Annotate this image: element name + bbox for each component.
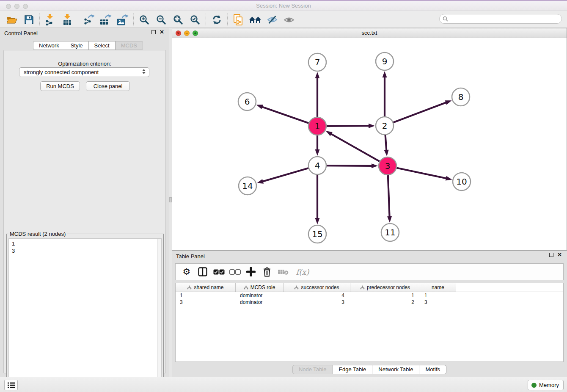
export-image-icon	[117, 14, 129, 25]
maximize-window-button[interactable]	[23, 4, 28, 9]
show-details-button[interactable]	[281, 13, 297, 27]
network-document-button[interactable]	[230, 13, 247, 27]
column-header-shared-name[interactable]: shared name	[176, 283, 236, 292]
search-input[interactable]	[450, 16, 561, 22]
export-image-button[interactable]	[114, 13, 131, 27]
columns-icon	[198, 267, 207, 276]
refresh-button[interactable]	[208, 13, 225, 27]
tab-network[interactable]: Network	[33, 41, 65, 50]
close-table-panel-icon[interactable]: ✕	[557, 253, 562, 257]
delete-table-button[interactable]	[276, 265, 290, 278]
zoom-in-button[interactable]	[136, 13, 153, 27]
home-icon	[249, 16, 261, 24]
tab-motifs[interactable]: Motifs	[419, 365, 446, 374]
table-cell[interactable]: dominator	[236, 299, 284, 305]
minimize-window-button[interactable]	[14, 4, 19, 9]
graph-arrowhead	[445, 100, 452, 105]
table-cell[interactable]: 1	[350, 293, 420, 298]
column-label: successor nodes	[301, 284, 339, 290]
table-cell[interactable]: dominator	[236, 293, 284, 298]
tab-style[interactable]: Style	[65, 41, 89, 50]
import-table-button[interactable]	[59, 13, 76, 27]
import-network-button[interactable]	[42, 13, 59, 27]
result-line: 3	[12, 247, 161, 254]
fx-icon: f(x)	[295, 268, 309, 276]
create-column-button[interactable]	[244, 265, 258, 278]
network-minimize-button[interactable]: −	[184, 30, 190, 36]
float-panel-icon[interactable]	[151, 30, 156, 34]
toolbar-separator	[227, 14, 228, 26]
tab-edge-table[interactable]: Edge Table	[333, 365, 372, 374]
zoom-fit-button[interactable]	[170, 13, 187, 27]
trash-icon	[263, 267, 271, 277]
column-header-name[interactable]: name	[420, 283, 456, 292]
table-panel: Table Panel ✕ ⚙	[172, 251, 567, 377]
column-header-successor-nodes[interactable]: successor nodes	[284, 283, 350, 292]
function-builder-button[interactable]: f(x)	[292, 265, 311, 278]
delete-column-button[interactable]	[260, 265, 274, 278]
graph-edge-3-1[interactable]	[330, 134, 388, 166]
criterion-dropdown[interactable]: strongly connected component	[19, 67, 149, 77]
close-panel-icon[interactable]: ✕	[160, 30, 164, 34]
import-table-icon	[62, 14, 72, 25]
column-header-predecessor-nodes[interactable]: predecessor nodes	[350, 283, 420, 292]
table-cell[interactable]: 4	[284, 293, 350, 298]
mcds-result-title: MCDS result (2 nodes)	[8, 231, 67, 237]
graph-arrowhead	[257, 179, 264, 184]
table-cell[interactable]: 3	[420, 299, 456, 305]
open-session-button[interactable]	[3, 13, 20, 27]
tab-network-table[interactable]: Network Table	[372, 365, 419, 374]
graph-node-label: 8	[458, 92, 464, 102]
column-header-MCDS-role[interactable]: MCDS role	[236, 283, 284, 292]
table-panel-title: Table Panel	[176, 253, 205, 259]
titlebar: Session: New Session	[0, 0, 567, 11]
graph-arrowhead	[384, 150, 389, 156]
result-scrollbar[interactable]	[157, 239, 161, 387]
save-icon	[25, 15, 33, 24]
table-tabs: Node Table Edge Table Network Table Moti…	[172, 365, 567, 374]
close-panel-button[interactable]: Close panel	[86, 81, 130, 91]
deselect-all-columns-button[interactable]	[228, 265, 242, 278]
tab-select[interactable]: Select	[89, 41, 116, 50]
table-cell[interactable]: 2	[350, 299, 420, 305]
table-row[interactable]: 3dominator323	[176, 299, 563, 306]
graph-edge-2-8[interactable]	[385, 102, 446, 126]
close-window-button[interactable]	[6, 4, 11, 9]
network-close-button[interactable]: ×	[176, 30, 181, 36]
select-all-columns-button[interactable]	[212, 265, 226, 278]
export-table-button[interactable]	[97, 13, 114, 27]
network-canvas[interactable]: 7968124314101511	[172, 38, 567, 250]
mcds-result-list[interactable]: 1 3	[8, 238, 162, 387]
status-bar: Memory	[0, 377, 567, 392]
tab-mcds[interactable]: MCDS	[116, 41, 143, 50]
mcds-panel: Optimization criterion: strongly connect…	[3, 50, 166, 373]
network-document-icon	[233, 14, 243, 26]
hide-eye-icon	[267, 15, 278, 24]
network-zoom-button[interactable]: +	[193, 30, 198, 36]
table-settings-button[interactable]: ⚙	[180, 265, 193, 278]
save-session-button[interactable]	[20, 13, 37, 27]
column-label: shared name	[194, 284, 223, 290]
node-table: shared name MCDS role successor nodes pr…	[175, 283, 564, 362]
zoom-selected-button[interactable]	[187, 13, 204, 27]
search-field[interactable]	[439, 14, 562, 24]
network-window-titlebar: × − + scc.txt	[172, 28, 567, 38]
table-cell[interactable]: 3	[284, 299, 350, 305]
home-button[interactable]	[247, 13, 264, 27]
tab-node-table[interactable]: Node Table	[292, 365, 333, 374]
table-cell[interactable]: 3	[176, 299, 236, 305]
table-cell[interactable]: 1	[420, 293, 456, 298]
hide-details-button[interactable]	[264, 13, 281, 27]
export-network-button[interactable]	[80, 13, 97, 27]
zoom-out-button[interactable]	[153, 13, 170, 27]
table-cell[interactable]: 1	[176, 293, 236, 298]
network-window-title: scc.txt	[172, 28, 567, 38]
memory-button[interactable]: Memory	[528, 380, 564, 390]
float-table-panel-icon[interactable]	[549, 253, 553, 257]
graph-node-label: 9	[382, 56, 388, 66]
table-row[interactable]: 1dominator411	[176, 292, 563, 299]
task-history-button[interactable]	[4, 380, 18, 390]
column-chooser-button[interactable]	[196, 265, 209, 278]
run-mcds-button[interactable]: Run MCDS	[40, 81, 80, 91]
search-icon	[443, 16, 448, 22]
